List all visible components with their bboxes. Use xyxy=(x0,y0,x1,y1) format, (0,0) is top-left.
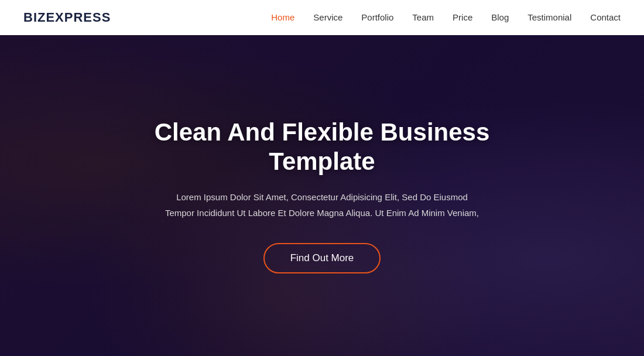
hero-title: Clean And Flexible Business Template xyxy=(129,118,515,177)
nav-link-service[interactable]: Service xyxy=(313,12,342,22)
navbar: BIZEXPRESS Home Service Portfolio Team P… xyxy=(0,0,644,35)
nav-item-service[interactable]: Service xyxy=(313,12,342,23)
nav-link-home[interactable]: Home xyxy=(271,12,294,22)
nav-item-home[interactable]: Home xyxy=(271,12,294,23)
nav-item-portfolio[interactable]: Portfolio xyxy=(361,12,393,23)
nav-link-blog[interactable]: Blog xyxy=(491,12,509,22)
nav-item-testimonial[interactable]: Testimonial xyxy=(527,12,571,23)
hero-section: Clean And Flexible Business Template Lor… xyxy=(0,35,644,356)
nav-link-portfolio[interactable]: Portfolio xyxy=(361,12,393,22)
nav-item-contact[interactable]: Contact xyxy=(590,12,621,23)
find-out-more-button[interactable]: Find Out More xyxy=(263,243,381,273)
nav-item-team[interactable]: Team xyxy=(412,12,434,23)
nav-links: Home Service Portfolio Team Price Blog T… xyxy=(271,12,621,23)
nav-link-testimonial[interactable]: Testimonial xyxy=(527,12,571,22)
nav-item-blog[interactable]: Blog xyxy=(491,12,509,23)
nav-link-price[interactable]: Price xyxy=(453,12,472,22)
nav-link-contact[interactable]: Contact xyxy=(590,12,621,22)
nav-item-price[interactable]: Price xyxy=(453,12,472,23)
hero-content: Clean And Flexible Business Template Lor… xyxy=(117,118,527,274)
nav-link-team[interactable]: Team xyxy=(412,12,434,22)
hero-subtitle: Lorem Ipsum Dolor Sit Amet, Consectetur … xyxy=(129,189,515,221)
brand-logo[interactable]: BIZEXPRESS xyxy=(23,10,111,25)
